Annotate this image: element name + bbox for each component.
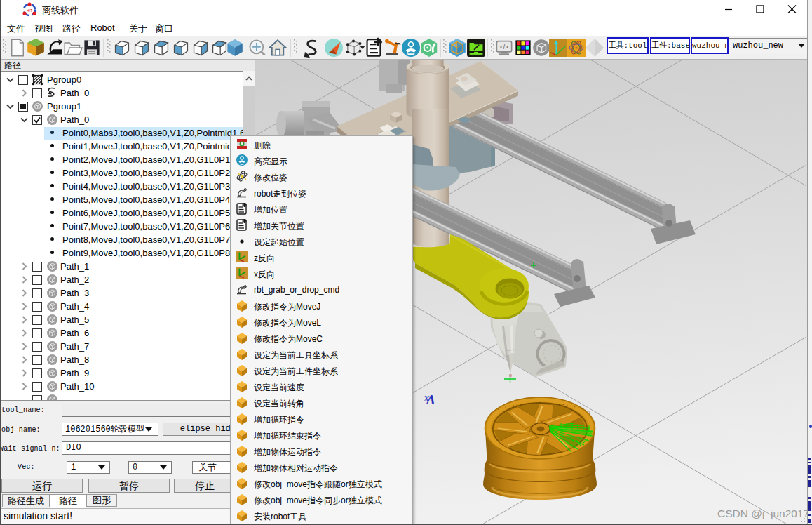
svg-text:</>: </> xyxy=(500,44,508,51)
svg-text:HIT: HIT xyxy=(27,8,32,13)
svg-text:CSDN @j_jun2017: CSDN @j_jun2017 xyxy=(717,507,807,519)
svg-text:X: X xyxy=(423,393,430,404)
